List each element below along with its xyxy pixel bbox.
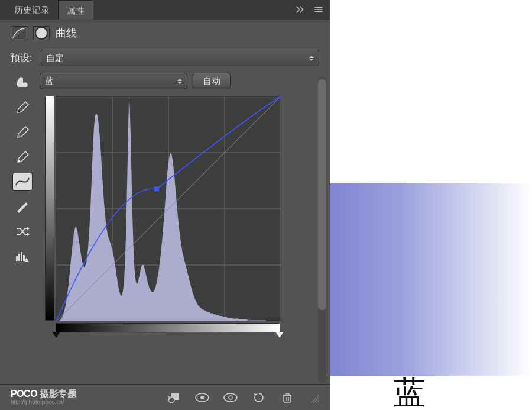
auto-button[interactable]: 自动 xyxy=(193,73,231,89)
panel-tabs: 历史记录 属性 xyxy=(0,0,330,20)
svg-point-4 xyxy=(18,160,20,162)
svg-point-23 xyxy=(200,396,204,399)
svg-rect-6 xyxy=(18,254,20,261)
svg-text:!: ! xyxy=(28,259,29,262)
finger-scrub-icon[interactable] xyxy=(11,72,34,90)
preview-area: 蓝 xyxy=(330,0,532,410)
adjustment-title: 曲线 xyxy=(56,26,77,40)
preset-select-value: 自定 xyxy=(46,53,64,64)
histogram-warning-icon[interactable]: ! xyxy=(12,247,33,265)
gray-point-eyedropper[interactable] xyxy=(12,123,33,141)
svg-rect-8 xyxy=(23,255,25,261)
curves-adjustment-icon[interactable] xyxy=(11,26,27,40)
watermark: POCO 摄影专题 http://photo.poco.cn/ xyxy=(11,389,76,405)
tab-history[interactable]: 历史记录 xyxy=(6,0,58,20)
blue-gradient-preview xyxy=(330,183,532,376)
svg-rect-7 xyxy=(21,252,22,261)
trash-icon[interactable] xyxy=(280,392,294,403)
svg-rect-18 xyxy=(154,186,159,191)
dropdown-caret-icon xyxy=(177,79,182,84)
layer-mask-icon[interactable] xyxy=(33,26,50,40)
black-input-slider[interactable] xyxy=(52,332,60,338)
smooth-curve-tool[interactable] xyxy=(12,173,33,191)
curves-chart[interactable] xyxy=(56,96,280,321)
tab-properties[interactable]: 属性 xyxy=(58,0,93,20)
panel-menu-icon[interactable] xyxy=(313,4,324,17)
preview-label: 蓝 xyxy=(394,372,426,410)
white-point-eyedropper[interactable] xyxy=(12,148,33,166)
curves-svg[interactable] xyxy=(56,96,281,321)
collapse-icon[interactable] xyxy=(294,4,305,17)
dropdown-caret-icon xyxy=(309,56,314,61)
view-previous-state-icon[interactable] xyxy=(195,392,209,403)
input-gradient-strip[interactable] xyxy=(56,323,280,332)
clip-to-layer-icon[interactable] xyxy=(167,392,181,403)
resize-grip-icon[interactable] xyxy=(309,392,319,403)
curves-area xyxy=(40,96,319,332)
properties-panel: 历史记录 属性 曲线 预设: 自定 xyxy=(0,0,330,410)
channel-select-value: 蓝 xyxy=(45,76,54,87)
svg-point-3 xyxy=(18,135,20,137)
svg-point-25 xyxy=(229,396,232,399)
black-point-eyedropper[interactable] xyxy=(12,98,33,116)
panel-scrollbar[interactable] xyxy=(318,76,326,383)
white-input-slider[interactable] xyxy=(275,332,284,338)
panel-body: 曲线 预设: 自定 蓝 自动 xyxy=(0,20,330,384)
pencil-curve-tool[interactable] xyxy=(12,198,33,215)
output-gradient-strip[interactable] xyxy=(45,96,54,321)
preset-select[interactable]: 自定 xyxy=(41,50,319,66)
svg-rect-5 xyxy=(16,256,18,261)
preset-label: 预设: xyxy=(11,52,35,64)
scrollbar-thumb[interactable] xyxy=(318,79,326,310)
svg-rect-26 xyxy=(284,395,291,402)
reset-icon[interactable] xyxy=(252,392,266,403)
toggle-visibility-icon[interactable] xyxy=(223,392,238,403)
panel-footer: POCO 摄影专题 http://photo.poco.cn/ xyxy=(0,384,330,410)
svg-point-24 xyxy=(224,393,237,402)
shuffle-icon[interactable] xyxy=(12,222,33,240)
eyedropper-toolstrip: ! xyxy=(11,96,34,332)
svg-point-2 xyxy=(18,110,20,112)
channel-select[interactable]: 蓝 xyxy=(40,73,187,89)
